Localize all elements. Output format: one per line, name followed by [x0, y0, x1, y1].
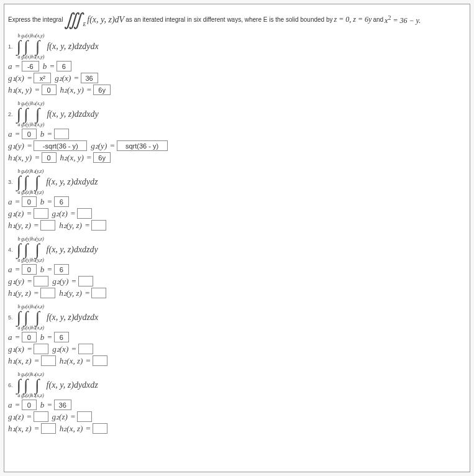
part-number: 6. — [8, 382, 14, 388]
lower-bound: h₁(x,y) — [31, 55, 44, 60]
integral-sign: h₂(x,z)∫h₁(x,z) — [31, 372, 44, 398]
question-panel: Express the integral ∭ E f(x, y, z)dV as… — [4, 4, 470, 472]
limit-input[interactable] — [117, 140, 168, 151]
limit-label: a — [8, 129, 12, 139]
equals-sign: = — [87, 153, 91, 163]
limits-row: h₁(x, y)=h₂(x, y)= — [8, 152, 466, 163]
limit-input[interactable] — [93, 152, 111, 163]
limit-input[interactable] — [93, 85, 111, 95]
limit-input[interactable] — [22, 400, 37, 410]
equals-sign: = — [110, 141, 114, 151]
equals-sign: = — [47, 400, 52, 410]
limit-input[interactable] — [93, 355, 107, 366]
limit-input[interactable] — [54, 332, 69, 342]
limit-input[interactable] — [54, 196, 69, 207]
limit-input[interactable] — [41, 355, 56, 366]
integral-icon: ∫ — [24, 174, 28, 190]
equals-sign: = — [16, 265, 20, 275]
equals-sign: = — [34, 288, 39, 298]
integral-icon: ∫ — [24, 39, 29, 55]
integral-icon: ∫ — [17, 174, 21, 190]
equals-sign: = — [16, 332, 20, 342]
triple-integral-icon: ∭ — [64, 9, 78, 30]
limit-input[interactable] — [77, 208, 92, 219]
limits-row: h₁(y, z)=h₂(y, z)= — [8, 220, 466, 231]
limit-input[interactable] — [34, 140, 87, 151]
limit-label: h₁(x, y) — [8, 85, 32, 95]
limits-row: g₁(x)=g₂(x)= — [8, 344, 466, 354]
limit-input[interactable] — [22, 264, 37, 275]
limit-label: a — [8, 197, 12, 207]
limit-input[interactable] — [78, 276, 93, 286]
equals-sign: = — [27, 141, 32, 151]
equals-sign: = — [86, 424, 90, 434]
limit-input[interactable] — [54, 129, 69, 139]
region-sub: E — [83, 22, 86, 27]
integral-icon: ∫ — [35, 39, 40, 55]
limit-input[interactable] — [77, 411, 92, 422]
limit-input[interactable] — [34, 411, 48, 422]
equals-sign: = — [16, 400, 20, 410]
equals-sign: = — [71, 344, 76, 354]
limit-label: g₂(z) — [52, 412, 68, 422]
prompt-integrand: f(x, y, z)dV — [87, 15, 124, 25]
limit-input[interactable] — [22, 129, 37, 139]
limit-input[interactable] — [91, 288, 106, 298]
limit-label: h₂(x, z) — [60, 424, 83, 434]
limit-input[interactable] — [34, 73, 51, 83]
limit-input[interactable] — [40, 288, 55, 298]
prompt-and: and — [373, 16, 383, 23]
equals-sign: = — [47, 129, 52, 139]
limit-input[interactable] — [91, 220, 106, 231]
part-1: 1.b∫ag₂(x)∫g₁(x)h₂(x,y)∫h₁(x,y)f(x, y, z… — [8, 34, 466, 95]
limit-input[interactable] — [34, 344, 48, 354]
limit-input[interactable] — [22, 332, 37, 342]
limit-label: g₂(y) — [91, 141, 107, 151]
limit-input[interactable] — [78, 344, 93, 354]
limit-input[interactable] — [40, 220, 55, 231]
limit-label: g₁(y) — [8, 277, 24, 286]
equals-sign: = — [47, 265, 52, 275]
limits-row: h₁(x, z)=h₂(x, z)= — [8, 355, 466, 366]
iterated-integral: b∫ag₂(z)∫g₁(z)h₂(x,z)∫h₁(x,z) — [17, 372, 44, 398]
integral-sign: g₂(y)∫g₁(y) — [21, 237, 31, 263]
iterated-integral: b∫ag₂(y)∫g₁(y)h₂(y,z)∫h₁(y,z) — [17, 237, 44, 263]
limits-row: g₁(z)=g₂(z)= — [8, 411, 466, 422]
limits-row: h₁(y, z)=h₂(y, z)= — [8, 288, 466, 298]
limit-input[interactable] — [42, 152, 57, 163]
lower-bound: h₁(x,z) — [31, 393, 44, 398]
iterated-integral: b∫ag₂(y)∫g₁(y)h₂(x,y)∫h₁(x,y) — [17, 101, 44, 127]
limit-label: a — [8, 62, 12, 71]
prompt-text: Express the integral ∭ E f(x, y, z)dV as… — [8, 9, 466, 30]
limit-input[interactable] — [54, 264, 69, 275]
lower-bound: g₁(z) — [21, 190, 30, 195]
lower-bound: a — [18, 190, 21, 195]
limit-input[interactable] — [22, 196, 37, 207]
limit-label: h₂(x, y) — [60, 85, 84, 95]
equals-sign: = — [71, 209, 75, 219]
limit-label: h₁(x, z) — [8, 424, 32, 434]
iterated-integral: b∫ag₂(x)∫g₁(x)h₂(x,z)∫h₁(x,z) — [17, 304, 44, 331]
equals-sign: = — [74, 73, 78, 83]
lower-bound: h₁(y,z) — [31, 258, 44, 263]
limit-input[interactable] — [34, 276, 48, 286]
integral-icon: ∫ — [17, 106, 21, 122]
limit-input[interactable] — [42, 85, 57, 95]
limit-label: h₁(y, z) — [8, 221, 31, 231]
limit-input[interactable] — [54, 400, 71, 410]
equals-sign: = — [87, 85, 91, 95]
integral-icon: ∫ — [17, 242, 21, 258]
limit-input[interactable] — [57, 61, 71, 71]
limit-input[interactable] — [81, 73, 98, 83]
integral-sign: h₂(x,y)∫h₁(x,y) — [31, 101, 44, 127]
limits-row: a=b= — [8, 129, 466, 139]
integral-icon: ∫ — [17, 39, 21, 55]
integral-icon: ∫ — [35, 242, 40, 258]
limit-input[interactable] — [22, 61, 39, 71]
limit-input[interactable] — [41, 423, 56, 434]
limits-row: g₁(z)=g₂(z)= — [8, 208, 466, 219]
limit-input[interactable] — [93, 423, 107, 434]
limits-row: a=b= — [8, 400, 466, 410]
limit-label: a — [8, 265, 12, 275]
limit-input[interactable] — [34, 208, 48, 219]
